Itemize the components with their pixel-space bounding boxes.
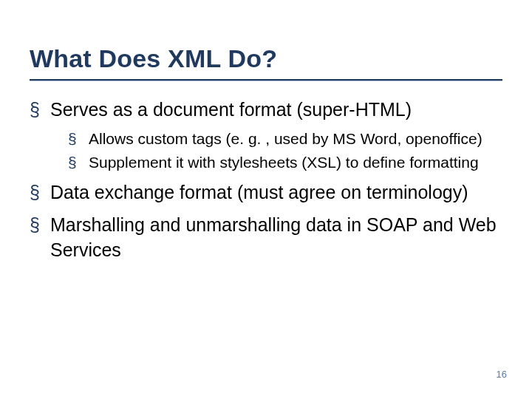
title-underline xyxy=(30,79,502,81)
bullet-text: Supplement it with stylesheets (XSL) to … xyxy=(89,154,479,171)
page-number: 16 xyxy=(497,369,507,380)
bullet-item: Marshalling and unmarshalling data in SO… xyxy=(30,213,502,263)
sub-bullet-item: Allows custom tags (e. g. , used by MS W… xyxy=(68,129,502,149)
bullet-list: Serves as a document format (super-HTML)… xyxy=(30,98,502,263)
slide: What Does XML Do? Serves as a document f… xyxy=(0,0,532,399)
bullet-text: Data exchange format (must agree on term… xyxy=(50,182,468,202)
slide-title: What Does XML Do? xyxy=(30,44,502,73)
bullet-text: Serves as a document format (super-HTML) xyxy=(50,99,412,120)
bullet-text: Marshalling and unmarshalling data in SO… xyxy=(50,214,497,260)
bullet-text: Allows custom tags (e. g. , used by MS W… xyxy=(89,130,482,147)
sub-bullet-list: Allows custom tags (e. g. , used by MS W… xyxy=(50,129,502,174)
bullet-item: Serves as a document format (super-HTML)… xyxy=(30,98,502,173)
sub-bullet-item: Supplement it with stylesheets (XSL) to … xyxy=(68,152,502,173)
bullet-item: Data exchange format (must agree on term… xyxy=(30,180,502,205)
